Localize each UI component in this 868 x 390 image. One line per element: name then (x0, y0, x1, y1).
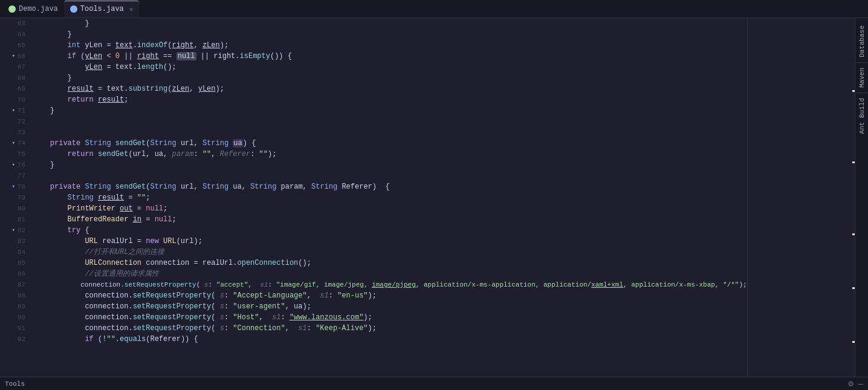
fold-66[interactable]: ▾ (9, 51, 15, 62)
code-line-68: } (33, 73, 747, 83)
minimize-icon[interactable]: — (858, 379, 863, 389)
bottom-right: ⚙ — (848, 379, 863, 389)
code-lines[interactable]: } } int yLen = text.indexOf(right, zLen)… (30, 18, 747, 377)
code-line-84: //打开和URL之间的连接 (33, 247, 747, 258)
right-code-panel (748, 18, 850, 377)
fold-82[interactable]: ▾ (9, 225, 15, 236)
fold-71[interactable]: ▾ (9, 105, 15, 116)
code-line-71: } (33, 105, 747, 116)
code-line-83: URL realUrl = new URL(url); (33, 236, 747, 247)
fold-78[interactable]: ▾ (9, 181, 15, 192)
settings-icon[interactable]: ⚙ (848, 379, 853, 389)
editor-area: 63 64 65 ▾66 67 68 69 70 ▾71 72 73 ▾74 7… (0, 18, 855, 377)
scroll-marker-2 (852, 161, 855, 163)
line-numbers: 63 64 65 ▾66 67 68 69 70 ▾71 72 73 ▾74 7… (0, 18, 30, 377)
code-line-92: if (!"".equals(Referer)) { (33, 334, 747, 345)
code-line-72 (33, 116, 747, 127)
code-line-78: private String sendGet(String url, Strin… (33, 181, 747, 192)
code-line-86: //设置通用的请求属性 (33, 268, 747, 279)
code-line-76: } (33, 160, 747, 171)
code-line-66: if (yLen < 0 || right == null || right.i… (33, 51, 747, 62)
fold-74[interactable]: ▾ (9, 138, 15, 149)
bottom-tools-label: Tools (5, 380, 25, 388)
fold-76[interactable]: ▾ (9, 160, 15, 171)
code-line-75: return sendGet(url, ua, param: "", Refer… (33, 149, 747, 160)
editor-wrapper: 63 64 65 ▾66 67 68 69 70 ▾71 72 73 ▾74 7… (0, 18, 855, 377)
code-line-69: result = text.substring(zLen, yLen); (33, 83, 747, 94)
code-line-87: connection.setRequestProperty( s: "accep… (33, 279, 747, 290)
code-line-82: try { (33, 225, 747, 236)
tools-file-icon (70, 5, 77, 13)
scroll-markers (850, 18, 855, 377)
code-line-70: return result; (33, 94, 747, 105)
code-line-88: connection.setRequestProperty( s: "Accep… (33, 290, 747, 301)
maven-panel[interactable]: Maven (857, 63, 867, 93)
right-sidebar: Database Maven Ant Build (855, 18, 868, 377)
bottom-bar: Tools ⚙ — (0, 377, 868, 390)
code-line-80: PrintWriter out = null; (33, 203, 747, 214)
code-line-67: yLen = text.length(); (33, 62, 747, 73)
main-area: 63 64 65 ▾66 67 68 69 70 ▾71 72 73 ▾74 7… (0, 18, 868, 377)
tab-demo[interactable]: Demo.java (2, 1, 64, 18)
code-line-85: URLConnection connection = realUrl.openC… (33, 258, 747, 268)
demo-file-icon (8, 5, 16, 13)
code-line-77 (33, 171, 747, 181)
code-line-63: } (33, 18, 747, 29)
code-line-64: } (33, 29, 747, 40)
tab-demo-label: Demo.java (19, 5, 58, 13)
code-line-79: String result = ""; (33, 192, 747, 203)
database-panel[interactable]: Database (857, 21, 867, 62)
tab-tools[interactable]: Tools.java ✕ (64, 1, 140, 18)
scroll-marker-4 (852, 287, 855, 289)
code-line-81: BufferedReader in = null; (33, 214, 747, 225)
code-line-90: connection.setRequestProperty( s: "Host"… (33, 312, 747, 323)
ant-panel[interactable]: Ant Build (857, 93, 867, 138)
code-line-91: connection.setRequestProperty( s: "Conne… (33, 323, 747, 334)
tab-tools-label: Tools.java (80, 5, 124, 13)
code-container[interactable]: 63 64 65 ▾66 67 68 69 70 ▾71 72 73 ▾74 7… (0, 18, 855, 377)
tab-tools-close[interactable]: ✕ (129, 5, 134, 13)
tab-bar: Demo.java Tools.java ✕ (0, 0, 868, 18)
code-line-89: connection.setRequestProperty( s: "user-… (33, 301, 747, 312)
scroll-marker-3 (852, 233, 855, 235)
code-line-73 (33, 127, 747, 138)
scroll-marker-1 (852, 90, 855, 92)
code-line-65: int yLen = text.indexOf(right, zLen); (33, 40, 747, 51)
code-line-74: private String sendGet(String url, Strin… (33, 138, 747, 149)
scroll-marker-5 (852, 341, 855, 343)
